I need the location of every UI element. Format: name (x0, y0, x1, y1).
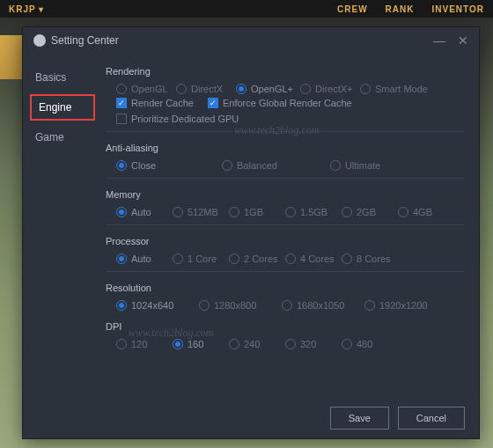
cancel-button[interactable]: Cancel (398, 407, 465, 430)
checkbox-render-cache[interactable]: ✓Render Cache (116, 98, 194, 108)
divider (106, 224, 465, 225)
window-title: Setting Center (51, 34, 119, 47)
title-bar: Setting Center — ✕ (23, 27, 479, 54)
sidebar: Basics Engine Game (23, 54, 102, 398)
radio-mem-512[interactable]: 512MB (173, 207, 222, 217)
sidebar-item-engine[interactable]: Engine (30, 94, 95, 121)
radio-dpi-240[interactable]: 240 (229, 339, 278, 349)
radio-dpi-160[interactable]: 160 (173, 339, 222, 349)
nav-crew[interactable]: CREW (337, 4, 368, 14)
radio-res-1280[interactable]: 1280x800 (199, 300, 275, 311)
resolution-label: Resolution (106, 283, 465, 293)
radio-directx[interactable]: DirectX (176, 84, 229, 94)
radio-smart-mode[interactable]: Smart Mode (360, 84, 428, 94)
save-button[interactable]: Save (330, 407, 389, 430)
radio-aa-balanced[interactable]: Balanced (222, 160, 277, 171)
app-icon (33, 34, 46, 47)
radio-mem-4gb[interactable]: 4GB (398, 207, 447, 217)
dpi-label: DPI (106, 321, 465, 332)
checkbox-enforce-cache[interactable]: ✓Enforce Global Render Cache (208, 98, 352, 108)
sidebar-item-game[interactable]: Game (23, 122, 102, 152)
sidebar-item-basics[interactable]: Basics (23, 62, 102, 92)
divider (106, 271, 465, 272)
radio-cpu-2[interactable]: 2 Cores (229, 253, 278, 264)
radio-mem-2gb[interactable]: 2GB (342, 207, 391, 217)
checkbox-prioritize-gpu[interactable]: Prioritize Dedicated GPU (116, 114, 239, 124)
rendering-label: Rendering (106, 66, 465, 77)
radio-aa-ultimate[interactable]: Ultimate (330, 160, 383, 171)
game-top-bar: KRJP ▾ CREW RANK INVENTOR (0, 0, 493, 18)
radio-directx-plus[interactable]: DirectX+ (300, 84, 353, 94)
radio-res-1024[interactable]: 1024x640 (116, 300, 192, 311)
radio-dpi-320[interactable]: 320 (285, 339, 335, 349)
divider (106, 131, 465, 132)
processor-label: Processor (106, 236, 465, 246)
radio-cpu-auto[interactable]: Auto (116, 253, 166, 264)
settings-content: Rendering OpenGL DirectX OpenGL+ DirectX… (102, 54, 479, 398)
radio-aa-close[interactable]: Close (116, 160, 169, 171)
button-row: Save Cancel (23, 398, 479, 438)
radio-res-1920[interactable]: 1920x1200 (364, 300, 440, 311)
radio-dpi-120[interactable]: 120 (116, 339, 166, 349)
radio-cpu-1[interactable]: 1 Core (173, 253, 222, 264)
minimize-button[interactable]: — (433, 33, 445, 48)
radio-cpu-8[interactable]: 8 Cores (342, 253, 391, 264)
radio-res-1680[interactable]: 1680x1050 (282, 300, 357, 311)
close-button[interactable]: ✕ (458, 33, 468, 48)
nav-rank[interactable]: RANK (386, 4, 415, 14)
radio-cpu-4[interactable]: 4 Cores (285, 253, 335, 264)
radio-mem-15gb[interactable]: 1.5GB (285, 207, 335, 217)
antialiasing-label: Anti-aliasing (106, 143, 465, 153)
radio-opengl-plus[interactable]: OpenGL+ (236, 84, 293, 94)
divider (106, 178, 465, 179)
server-selector[interactable]: KRJP ▾ (9, 4, 44, 14)
radio-opengl[interactable]: OpenGL (116, 84, 169, 94)
memory-label: Memory (106, 189, 465, 200)
radio-dpi-480[interactable]: 480 (342, 339, 391, 349)
nav-inventory[interactable]: INVENTOR (432, 4, 485, 14)
radio-mem-auto[interactable]: Auto (116, 207, 166, 217)
settings-window: Setting Center — ✕ Basics Engine Game Re… (22, 26, 480, 439)
radio-mem-1gb[interactable]: 1GB (229, 207, 278, 217)
